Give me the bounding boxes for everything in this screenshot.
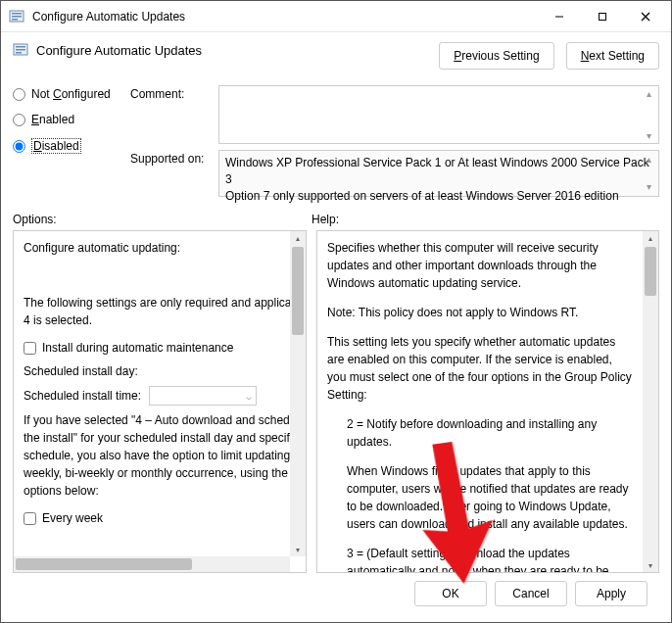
policy-icon [9,9,24,24]
radio-disabled-input[interactable] [13,140,25,153]
radio-disabled-label: Disabled [31,138,81,154]
config-row: Not Configured Enabled Disabled Comment:… [13,85,659,203]
help-label: Help: [312,213,339,226]
radio-not-configured-label: Not Configured [31,87,111,101]
help-vscrollbar[interactable]: ▴ ▾ [643,231,658,572]
close-button[interactable] [624,2,667,31]
options-panel-inner: Configure automatic updating: The follow… [14,231,290,556]
options-label: Options: [13,213,312,226]
svg-rect-1 [12,13,22,15]
window-title: Configure Automatic Updates [32,10,538,24]
scroll-up-icon: ▴ [647,153,656,167]
install-maintenance-checkbox[interactable] [24,342,36,355]
radio-not-configured[interactable]: Not Configured [13,87,130,101]
panels-header: Options: Help: [13,213,659,226]
scroll-up-icon: ▴ [647,88,656,99]
every-week-row[interactable]: Every week [24,509,280,527]
options-vscroll-thumb[interactable] [292,247,304,335]
svg-rect-3 [12,19,18,21]
supported-text: Windows XP Professional Service Pack 1 o… [218,150,659,197]
help-p1: Specifies whether this computer will rec… [327,239,633,292]
radio-enabled-label: Enabled [31,113,74,126]
scroll-up-icon[interactable]: ▴ [643,231,658,245]
options-hscroll-thumb[interactable] [16,558,192,570]
panels: Configure automatic updating: The follow… [13,230,659,573]
sched-day-row: Scheduled install day: [24,362,280,380]
radio-enabled[interactable]: Enabled [13,113,130,126]
minimize-button[interactable] [538,2,581,31]
dialog-window: Configure Automatic Updates Configure Au… [0,0,672,623]
help-vscroll-thumb[interactable] [645,247,656,296]
radio-enabled-input[interactable] [13,114,25,126]
header-row: Configure Automatic Updates Previous Set… [13,42,659,70]
comment-row: Comment: ▴ ▾ [130,85,659,144]
help-panel: Specifies whether this computer will rec… [316,230,659,573]
every-week-label: Every week [42,509,103,527]
sched-time-label: Scheduled install time: [24,387,141,405]
svg-rect-5 [600,13,606,20]
radio-column: Not Configured Enabled Disabled [13,85,130,166]
apply-button[interactable]: Apply [575,581,648,606]
radio-not-configured-input[interactable] [13,88,25,101]
comment-textarea[interactable]: ▴ ▾ [218,85,659,144]
svg-rect-2 [12,16,22,18]
scroll-up-icon[interactable]: ▴ [290,231,306,245]
every-week-checkbox[interactable] [24,512,36,525]
policy-icon [13,42,28,58]
auto-text: If you have selected "4 – Auto download … [24,411,280,500]
options-vscrollbar[interactable]: ▴ ▾ [290,231,306,556]
options-panel: Configure automatic updating: The follow… [13,230,307,573]
help-p6: 3 = (Default setting) Download the updat… [327,545,633,572]
sched-time-select[interactable] [149,386,257,406]
cancel-button[interactable]: Cancel [495,581,567,606]
help-p4: 2 = Notify before downloading and instal… [327,415,633,451]
svg-rect-11 [16,52,22,54]
following-text: The following settings are only required… [24,294,280,329]
maximize-button[interactable] [581,2,624,31]
right-column: Comment: ▴ ▾ Supported on: Windows XP Pr… [130,85,659,203]
titlebar: Configure Automatic Updates [1,1,671,32]
help-p3: This setting lets you specify whether au… [327,333,633,404]
comment-label: Comment: [130,85,218,144]
help-panel-inner: Specifies whether this computer will rec… [317,231,643,572]
scroll-down-icon: ▾ [647,180,656,194]
dialog-content: Configure Automatic Updates Previous Set… [1,32,671,622]
scroll-down-icon[interactable]: ▾ [643,558,658,572]
install-maintenance-row[interactable]: Install during automatic maintenance [24,339,280,357]
configure-updating-label: Configure automatic updating: [24,239,280,257]
ok-button[interactable]: OK [414,581,487,606]
header-buttons: Previous Setting Next Setting [439,42,659,70]
footer: OK Cancel Apply [13,573,659,614]
scroll-down-icon: ▾ [647,130,656,141]
sched-time-row: Scheduled install time: [24,386,280,406]
header-title: Configure Automatic Updates [36,43,202,58]
scroll-down-icon[interactable]: ▾ [290,543,306,556]
help-p5: When Windows finds updates that apply to… [327,462,633,533]
supported-label: Supported on: [130,150,218,197]
next-setting-button[interactable]: Next Setting [566,42,659,70]
options-hscrollbar[interactable] [14,556,290,572]
install-maintenance-label: Install during automatic maintenance [42,339,233,357]
supported-row: Supported on: Windows XP Professional Se… [130,150,659,197]
svg-rect-10 [16,49,25,51]
help-p2: Note: This policy does not apply to Wind… [327,304,633,321]
svg-rect-9 [16,46,25,48]
previous-setting-button[interactable]: Previous Setting [439,42,553,70]
radio-disabled[interactable]: Disabled [13,138,130,154]
header-left: Configure Automatic Updates [13,42,202,58]
sched-day-label: Scheduled install day: [24,362,138,380]
